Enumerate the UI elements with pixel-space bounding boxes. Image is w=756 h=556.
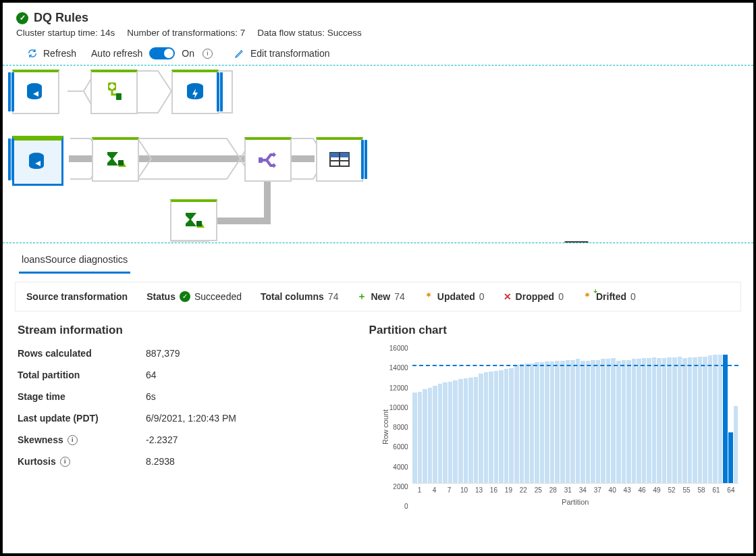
partition-bar[interactable]: [484, 372, 489, 483]
refresh-label: Refresh: [43, 48, 76, 59]
node-sink-table[interactable]: [316, 137, 363, 182]
partition-bar[interactable]: [545, 361, 549, 483]
partition-bar[interactable]: [489, 372, 493, 483]
node-source-1[interactable]: [12, 70, 59, 114]
node-transform-1[interactable]: [90, 70, 138, 114]
status-label: Status: [146, 291, 176, 302]
partition-bar[interactable]: [622, 360, 626, 484]
skewness-value: -2.2327: [146, 434, 178, 445]
partition-bar[interactable]: [616, 361, 621, 483]
partition-bar[interactable]: [632, 359, 637, 483]
partition-bar[interactable]: [535, 362, 539, 483]
partition-bar[interactable]: [723, 355, 728, 483]
partition-bar[interactable]: [428, 388, 433, 483]
ytick: 10000: [385, 403, 408, 411]
partition-bar[interactable]: [453, 380, 458, 484]
partition-bar[interactable]: [667, 357, 672, 483]
partition-bar[interactable]: [504, 369, 509, 483]
partition-bar[interactable]: [540, 362, 545, 483]
xtick: 37: [590, 486, 605, 494]
partition-bar[interactable]: [560, 361, 565, 483]
partition-bar[interactable]: [734, 406, 738, 483]
partition-bar[interactable]: [520, 364, 524, 483]
partition-bar[interactable]: [468, 378, 473, 483]
node-aggregate-1[interactable]: [92, 137, 139, 182]
skewness-label: Skewnessi: [18, 434, 146, 445]
kurtosis-label: Kurtosisi: [18, 456, 146, 467]
partition-bar[interactable]: [693, 357, 697, 483]
partition-bar[interactable]: [530, 363, 535, 484]
edit-transformation-button[interactable]: Edit transformation: [234, 48, 330, 59]
data-flow-diagram[interactable]: [3, 65, 753, 243]
xtick: 43: [620, 486, 634, 494]
partition-bar[interactable]: [703, 357, 707, 484]
pane-resize-handle[interactable]: [564, 241, 589, 243]
partition-bar[interactable]: [412, 393, 417, 483]
auto-refresh-toggle[interactable]: [149, 47, 175, 59]
partition-bar[interactable]: [606, 359, 611, 483]
ytick: 14000: [385, 364, 408, 372]
partition-bar[interactable]: [443, 382, 448, 483]
partition-bar[interactable]: [586, 361, 591, 483]
partition-bar[interactable]: [570, 360, 575, 484]
partition-bar[interactable]: [601, 359, 605, 483]
partition-bar[interactable]: [458, 379, 463, 483]
partition-bar[interactable]: [509, 368, 514, 483]
updated-label: Updated: [437, 291, 475, 302]
partition-bar[interactable]: [433, 386, 437, 483]
partition-bar[interactable]: [647, 358, 651, 483]
partition-bar[interactable]: [474, 377, 479, 484]
kurtosis-info-icon[interactable]: i: [60, 457, 70, 467]
partition-bar[interactable]: [708, 355, 713, 483]
node-aggregate-branch[interactable]: [170, 199, 217, 241]
partition-bar[interactable]: [718, 355, 723, 483]
partition-bar[interactable]: [423, 389, 427, 483]
refresh-button[interactable]: Refresh: [27, 48, 76, 59]
partition-bar[interactable]: [642, 358, 647, 483]
ytick: 12000: [385, 384, 408, 391]
partition-bar[interactable]: [499, 370, 504, 484]
total-partition-label: Total partition: [18, 370, 146, 380]
partition-bar[interactable]: [524, 363, 529, 484]
node-loans-source[interactable]: [12, 136, 63, 186]
xaxis-label: Partition: [412, 498, 738, 506]
partition-bar[interactable]: [662, 358, 667, 483]
partition-bar[interactable]: [591, 360, 595, 484]
partition-bar[interactable]: [596, 360, 601, 484]
partition-bar[interactable]: [626, 360, 631, 484]
partition-bar[interactable]: [566, 360, 570, 484]
partition-bar[interactable]: [611, 358, 616, 483]
partition-bar[interactable]: [698, 357, 703, 484]
partition-bar[interactable]: [550, 361, 555, 483]
partition-bar[interactable]: [418, 392, 423, 483]
partition-bar[interactable]: [514, 365, 519, 483]
average-line: [412, 365, 738, 366]
ytick: 16000: [385, 345, 408, 352]
partition-chart: Partition chart Row count 02000400060008…: [369, 324, 738, 506]
partition-bar[interactable]: [576, 359, 580, 483]
drifted-label: Drifted: [596, 291, 626, 302]
partition-bar[interactable]: [713, 355, 718, 483]
partition-bar[interactable]: [580, 361, 585, 483]
partition-bar[interactable]: [728, 432, 733, 483]
partition-bar[interactable]: [555, 361, 560, 483]
partition-bar[interactable]: [448, 382, 453, 483]
node-conditional-split[interactable]: [244, 137, 292, 182]
partition-bar[interactable]: [494, 371, 499, 483]
auto-refresh-info-icon[interactable]: i: [202, 49, 213, 59]
partition-bar[interactable]: [637, 359, 641, 483]
partition-bar[interactable]: [652, 357, 657, 483]
kurtosis-value: 8.2938: [146, 456, 175, 467]
tab-diagnostics[interactable]: loansSource diagnostics: [19, 250, 130, 274]
partition-bar[interactable]: [678, 357, 682, 484]
partition-bar[interactable]: [479, 374, 483, 484]
partition-bar[interactable]: [657, 358, 662, 483]
skewness-info-icon[interactable]: i: [68, 435, 78, 445]
partition-bar[interactable]: [438, 384, 443, 484]
partition-bar[interactable]: [672, 357, 677, 483]
partition-bar[interactable]: [688, 357, 693, 483]
partition-chart-plot[interactable]: [412, 348, 738, 484]
partition-bar[interactable]: [682, 358, 687, 483]
node-sink-1[interactable]: [171, 70, 219, 114]
partition-bar[interactable]: [464, 378, 468, 483]
